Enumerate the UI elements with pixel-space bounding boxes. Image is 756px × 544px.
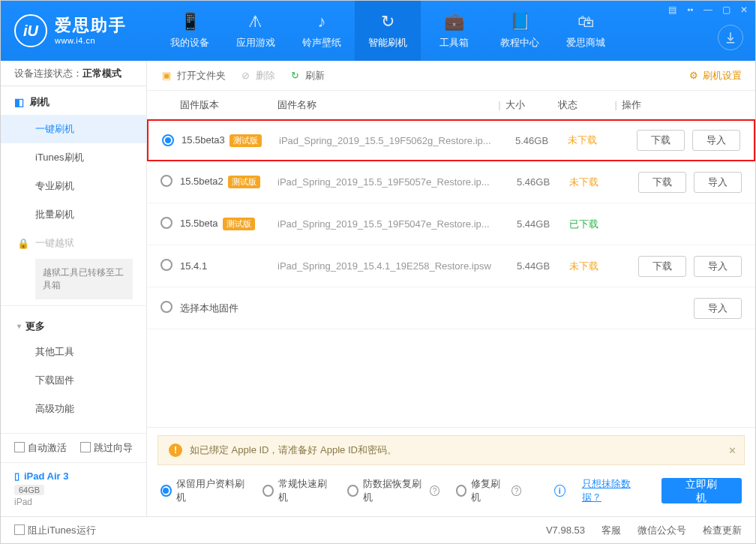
statusbar: 阻止iTunes运行 V7.98.53 客服 微信公众号 检查更新 xyxy=(1,516,755,543)
version-label: V7.98.53 xyxy=(546,524,585,536)
open-folder-button[interactable]: ▣ 打开文件夹 xyxy=(160,69,226,83)
sidebar-options: 自动激活 跳过向导 xyxy=(1,434,146,462)
chevron-down-icon: ▾ xyxy=(17,322,21,330)
lock-icon: 🔒 xyxy=(17,238,29,249)
table-row[interactable]: 15.5beta3测试版iPad_Spring_2019_15.5_19F506… xyxy=(147,119,755,161)
nav-icon: 🛍 xyxy=(578,12,594,32)
checkbox-skip-guide[interactable]: 跳过向导 xyxy=(80,441,133,455)
win-close-icon[interactable]: ✕ xyxy=(737,4,751,16)
mode-radio[interactable] xyxy=(262,485,274,497)
win-minimize-icon[interactable]: — xyxy=(701,4,715,16)
import-button[interactable]: 导入 xyxy=(694,172,742,193)
sidebar-item-1[interactable]: iTunes刷机 xyxy=(1,143,146,172)
beta-badge: 测试版 xyxy=(230,134,262,147)
topnav-item-2[interactable]: ♪铃声壁纸 xyxy=(289,1,355,61)
topnav-item-1[interactable]: ⩚应用游戏 xyxy=(223,1,289,61)
sidebar-more-item-1[interactable]: 下载固件 xyxy=(1,366,146,395)
win-list-icon[interactable]: ▤ xyxy=(665,4,679,16)
firmware-size: 5.44GB xyxy=(517,218,550,230)
refresh-icon: ↻ xyxy=(289,70,301,82)
firmware-name: iPad_Spring_2019_15.5_19F5062g_Restore.i… xyxy=(279,135,491,146)
erase-only-link[interactable]: 只想抹除数据？ xyxy=(582,477,645,504)
flash-mode-3[interactable]: 修复刷机? xyxy=(456,477,521,504)
import-button[interactable]: 导入 xyxy=(694,256,742,277)
table-row[interactable]: 15.5beta2测试版iPad_Spring_2019_15.5_19F505… xyxy=(147,161,755,203)
support-link[interactable]: 客服 xyxy=(602,524,621,537)
import-button[interactable]: 导入 xyxy=(692,130,740,151)
delete-button[interactable]: ⊘ 删除 xyxy=(239,69,275,83)
row-radio[interactable] xyxy=(160,217,172,229)
download-button[interactable]: 下载 xyxy=(637,130,685,151)
nav-icon: 📘 xyxy=(510,12,530,32)
firmware-name: iPad_Spring_2019_15.5_19F5047e_Restore.i… xyxy=(278,218,490,230)
table-row[interactable]: 15.5beta测试版iPad_Spring_2019_15.5_19F5047… xyxy=(147,203,755,245)
info-icon[interactable]: i xyxy=(554,485,566,497)
row-radio[interactable] xyxy=(160,301,172,313)
logo-badge-icon: iU xyxy=(14,14,47,47)
flash-now-button[interactable]: 立即刷机 xyxy=(662,478,742,503)
row-radio[interactable] xyxy=(160,259,172,271)
topnav-item-6[interactable]: 🛍爱思商城 xyxy=(553,1,619,61)
mode-radio[interactable] xyxy=(347,485,358,497)
topnav-item-3[interactable]: ↻智能刷机 xyxy=(355,1,421,61)
flash-mode-row: 保留用户资料刷机常规快速刷机防数据恢复刷机?修复刷机? i 只想抹除数据？ 立即… xyxy=(147,465,755,516)
beta-badge: 测试版 xyxy=(228,176,260,188)
flash-mode-2[interactable]: 防数据恢复刷机? xyxy=(347,477,440,504)
firmware-version: 15.4.1 xyxy=(180,260,207,272)
app-url: www.i4.cn xyxy=(55,36,127,46)
sidebar-item-0[interactable]: 一键刷机 xyxy=(1,115,146,143)
help-icon[interactable]: ? xyxy=(512,485,521,496)
refresh-button[interactable]: ↻ 刷新 xyxy=(289,69,325,83)
jailbreak-note: 越狱工具已转移至工具箱 xyxy=(35,259,133,299)
flash-settings-button[interactable]: ⚙ 刷机设置 xyxy=(689,69,742,83)
import-button[interactable]: 导入 xyxy=(694,298,742,319)
download-icon[interactable] xyxy=(718,25,743,50)
topnav-item-5[interactable]: 📘教程中心 xyxy=(487,1,553,61)
firmware-version: 选择本地固件 xyxy=(180,302,238,314)
beta-badge: 测试版 xyxy=(223,218,255,230)
table-row[interactable]: 15.4.1iPad_Spring_2019_15.4.1_19E258_Res… xyxy=(147,245,755,287)
download-button[interactable]: 下载 xyxy=(638,256,686,277)
row-radio[interactable] xyxy=(162,134,174,146)
topnav-item-4[interactable]: 💼工具箱 xyxy=(421,1,487,61)
mode-radio[interactable] xyxy=(456,485,467,497)
firmware-version: 15.5beta2 xyxy=(180,176,224,187)
firmware-size: 5.46GB xyxy=(515,135,548,146)
help-icon[interactable]: ? xyxy=(430,485,440,496)
topnav-item-0[interactable]: 📱我的设备 xyxy=(157,1,223,61)
win-grid-icon[interactable]: ⦁⦁ xyxy=(683,4,697,16)
check-update-link[interactable]: 检查更新 xyxy=(703,524,742,537)
sidebar-item-2[interactable]: 专业刷机 xyxy=(1,172,146,200)
warning-icon: ! xyxy=(169,443,182,457)
sidebar-more-item-0[interactable]: 其他工具 xyxy=(1,338,146,366)
sidebar-item-3[interactable]: 批量刷机 xyxy=(1,200,146,229)
app-window: ▤ ⦁⦁ — ▢ ✕ iU 爱思助手 www.i4.cn 📱我的设备⩚应用游戏♪… xyxy=(0,0,756,544)
titlebar: ▤ ⦁⦁ — ▢ ✕ iU 爱思助手 www.i4.cn 📱我的设备⩚应用游戏♪… xyxy=(1,1,755,61)
mode-radio[interactable] xyxy=(160,485,172,497)
nav-icon: ♪ xyxy=(318,12,326,32)
device-status: 设备连接状态：正常模式 xyxy=(1,61,146,86)
sidebar-more-item-2[interactable]: 高级功能 xyxy=(1,395,146,423)
wechat-link[interactable]: 微信公众号 xyxy=(638,524,686,537)
firmware-name: iPad_Spring_2019_15.4.1_19E258_Restore.i… xyxy=(278,260,491,272)
flash-mode-0[interactable]: 保留用户资料刷机 xyxy=(160,477,246,504)
flash-icon: ◧ xyxy=(14,96,24,108)
flash-mode-1[interactable]: 常规快速刷机 xyxy=(262,477,331,504)
checkbox-auto-activate[interactable]: 自动激活 xyxy=(14,441,67,455)
table-row[interactable]: 选择本地固件导入 xyxy=(147,287,755,329)
app-logo: iU 爱思助手 www.i4.cn xyxy=(14,14,127,47)
device-type: iPad xyxy=(14,497,133,507)
sidebar-head-flash[interactable]: ◧ 刷机 xyxy=(1,86,146,115)
close-icon[interactable]: ✕ xyxy=(728,445,736,456)
appleid-alert: ! 如已绑定 Apple ID，请准备好 Apple ID和密码。 ✕ xyxy=(158,435,745,465)
download-button[interactable]: 下载 xyxy=(638,172,686,193)
nav-icon: 📱 xyxy=(180,12,200,32)
checkbox-block-itunes[interactable]: 阻止iTunes运行 xyxy=(14,524,96,537)
device-info-box[interactable]: ▯iPad Air 3 64GB iPad xyxy=(1,462,146,516)
win-maximize-icon[interactable]: ▢ xyxy=(719,4,733,16)
firmware-status: 未下载 xyxy=(569,176,598,188)
window-controls: ▤ ⦁⦁ — ▢ ✕ xyxy=(665,4,751,16)
folder-icon: ▣ xyxy=(160,70,172,82)
sidebar-head-more[interactable]: ▾ 更多 xyxy=(1,312,146,338)
row-radio[interactable] xyxy=(160,175,172,187)
